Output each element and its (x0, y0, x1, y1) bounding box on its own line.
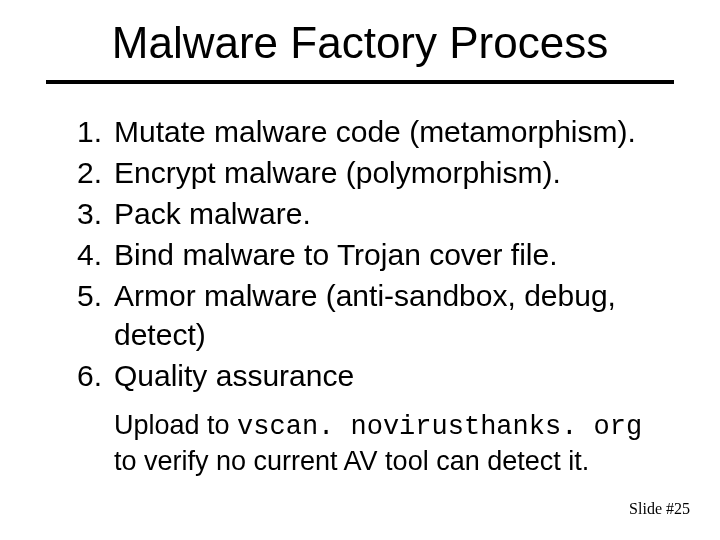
list-number: 5. (60, 276, 114, 315)
list-number: 3. (60, 194, 114, 233)
sub-note: Upload to vscan. novirusthanks. org to v… (114, 409, 660, 479)
list-item: 2. Encrypt malware (polymorphism). (60, 153, 660, 192)
note-post: to verify no current AV tool can detect … (114, 446, 589, 476)
title-underline (46, 80, 674, 84)
list-item: 1. Mutate malware code (metamorphism). (60, 112, 660, 151)
slide-number: Slide #25 (629, 500, 690, 518)
list-item: 3. Pack malware. (60, 194, 660, 233)
list-text: Quality assurance (114, 356, 660, 395)
note-pre: Upload to (114, 410, 237, 440)
list-text: Encrypt malware (polymorphism). (114, 153, 660, 192)
slide: Malware Factory Process 1. Mutate malwar… (0, 0, 720, 540)
list-text: Armor malware (anti-sandbox, debug, dete… (114, 276, 660, 354)
list-item: 4. Bind malware to Trojan cover file. (60, 235, 660, 274)
slide-title: Malware Factory Process (0, 0, 720, 76)
list-number: 1. (60, 112, 114, 151)
list-number: 4. (60, 235, 114, 274)
list-item: 5. Armor malware (anti-sandbox, debug, d… (60, 276, 660, 354)
list-text: Bind malware to Trojan cover file. (114, 235, 660, 274)
list-item: 6. Quality assurance (60, 356, 660, 395)
ordered-list: 1. Mutate malware code (metamorphism). 2… (60, 112, 660, 395)
list-number: 6. (60, 356, 114, 395)
list-text: Pack malware. (114, 194, 660, 233)
list-number: 2. (60, 153, 114, 192)
list-text: Mutate malware code (metamorphism). (114, 112, 660, 151)
note-code: vscan. novirusthanks. org (237, 412, 642, 442)
